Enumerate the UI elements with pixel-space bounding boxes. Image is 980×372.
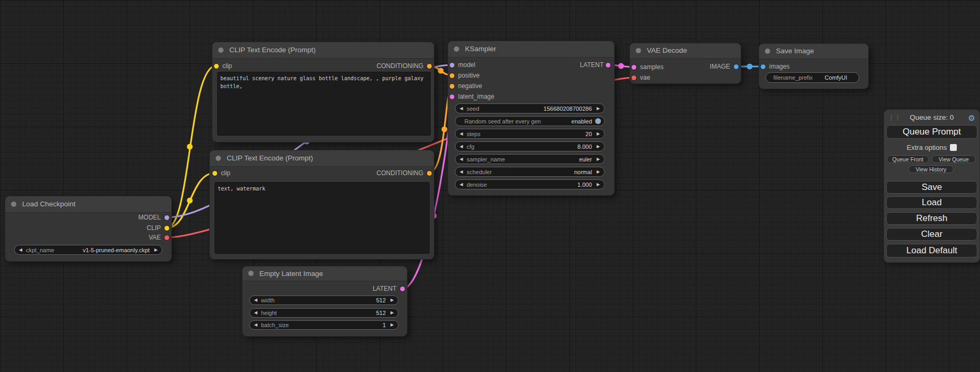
arrow-left-icon[interactable]: ◀ [254, 323, 257, 327]
sampler-name-widget[interactable]: ◀ sampler_name euler ▶ [455, 154, 605, 164]
clip-input-port[interactable] [214, 64, 219, 69]
node-title: Load Checkpoint [22, 200, 75, 208]
collapse-dot-icon[interactable] [636, 48, 641, 53]
arrow-left-icon[interactable]: ◀ [254, 311, 257, 315]
node-header[interactable]: VAE Decode [630, 43, 741, 59]
extra-options-label: Extra options [907, 144, 947, 151]
load-default-button[interactable]: Load Default [886, 244, 977, 257]
node-header[interactable]: CLIP Text Encode (Prompt) [210, 150, 434, 167]
view-history-button[interactable]: View History [908, 165, 954, 173]
node-header[interactable]: Empty Latent Image [242, 266, 407, 281]
batch-size-widget[interactable]: ◀ batch_size 1 ▶ [249, 320, 399, 330]
collapse-dot-icon[interactable] [248, 271, 254, 276]
positive-input-port[interactable] [450, 73, 454, 78]
clear-button[interactable]: Clear [886, 228, 977, 241]
arrow-left-icon[interactable]: ◀ [460, 183, 463, 187]
arrow-right-icon[interactable]: ▶ [597, 157, 600, 161]
arrow-left-icon[interactable]: ◀ [19, 248, 22, 252]
arrow-left-icon[interactable]: ◀ [460, 145, 463, 149]
collapse-dot-icon[interactable] [216, 156, 221, 161]
node-clip-text-encode-negative[interactable]: CLIP Text Encode (Prompt) clip CONDITION… [210, 150, 434, 259]
images-input-port[interactable] [761, 64, 765, 69]
queue-prompt-button[interactable]: Queue Prompt [886, 125, 977, 139]
arrow-right-icon[interactable]: ▶ [154, 248, 158, 252]
arrow-right-icon[interactable]: ▶ [391, 298, 394, 302]
height-widget[interactable]: ◀ height 512 ▶ [249, 308, 399, 318]
refresh-button[interactable]: Refresh [886, 212, 977, 225]
node-empty-latent-image[interactable]: Empty Latent Image LATENT ◀ width 512 ▶ … [242, 266, 407, 336]
widget-label: Random seed after every gen [464, 118, 541, 125]
latent-image-input-port[interactable] [450, 94, 454, 99]
queue-front-button[interactable]: Queue Front [887, 155, 929, 163]
latent-output-port[interactable] [400, 287, 405, 291]
extra-options-checkbox[interactable] [950, 144, 957, 151]
widget-value: 156680208700286 [544, 106, 597, 112]
arrow-right-icon[interactable]: ▶ [597, 170, 600, 174]
widget-value: normal [574, 169, 597, 175]
node-ksampler[interactable]: KSampler model LATENT positive negative … [448, 41, 614, 195]
arrow-left-icon[interactable]: ◀ [460, 170, 463, 174]
scheduler-widget[interactable]: ◀ scheduler normal ▶ [455, 167, 605, 177]
node-header[interactable]: KSampler [448, 41, 614, 58]
samples-input-port[interactable] [632, 65, 636, 70]
arrow-left-icon[interactable]: ◀ [254, 298, 257, 302]
cfg-widget[interactable]: ◀ cfg 8.000 ▶ [455, 141, 605, 151]
arrow-right-icon[interactable]: ▶ [597, 183, 600, 187]
node-load-checkpoint[interactable]: Load Checkpoint MODEL CLIP VAE ◀ ckpt_na… [5, 196, 171, 261]
denoise-widget[interactable]: ◀ denoise 1.000 ▶ [455, 179, 605, 189]
arrow-right-icon[interactable]: ▶ [597, 145, 600, 149]
collapse-dot-icon[interactable] [11, 202, 16, 207]
queue-panel[interactable]: ⋮⋮ Queue size: 0 ⚙ Queue Prompt Extra op… [884, 110, 979, 262]
node-header[interactable]: Load Checkpoint [5, 196, 171, 213]
collapse-dot-icon[interactable] [218, 47, 224, 53]
filename-prefix-widget[interactable]: filename_prefix ComfyUI [765, 72, 859, 83]
collapse-dot-icon[interactable] [454, 46, 459, 52]
node-header[interactable]: CLIP Text Encode (Prompt) [212, 42, 434, 59]
arrow-left-icon[interactable]: ◀ [460, 132, 463, 136]
input-label-clip: clip [221, 169, 230, 177]
model-output-port[interactable] [164, 215, 169, 220]
save-button[interactable]: Save [886, 181, 977, 194]
arrow-right-icon[interactable]: ▶ [597, 107, 600, 111]
clip-output-port[interactable] [164, 226, 169, 231]
steps-widget[interactable]: ◀ steps 20 ▶ [455, 129, 605, 139]
node-clip-text-encode-positive[interactable]: CLIP Text Encode (Prompt) clip CONDITION… [212, 42, 434, 142]
conditioning-output-port[interactable] [427, 171, 432, 176]
clip-input-port[interactable] [212, 171, 217, 176]
widget-label: width [261, 297, 275, 303]
conditioning-output-port[interactable] [427, 64, 432, 69]
node-save-image[interactable]: Save Image images filename_prefix ComfyU… [759, 44, 868, 89]
widget-value: 1 [383, 322, 391, 328]
view-queue-button[interactable]: View Queue [932, 155, 976, 163]
settings-gear-icon[interactable]: ⚙ [968, 113, 975, 123]
random-seed-toggle-widget[interactable]: Random seed after every gen enabled [455, 116, 605, 126]
node-vae-decode[interactable]: VAE Decode samples IMAGE vae [630, 43, 741, 83]
latent-output-port[interactable] [606, 63, 610, 68]
widget-label: steps [467, 131, 480, 137]
extra-options-row: Extra options [884, 144, 979, 151]
node-header[interactable]: Save Image [759, 44, 868, 59]
output-label-conditioning: CONDITIONING [376, 169, 423, 177]
prompt-textarea[interactable]: beautiful scenery nature glass bottle la… [217, 72, 431, 136]
load-button[interactable]: Load [886, 196, 977, 209]
vae-input-port[interactable] [632, 75, 636, 80]
vae-output-port[interactable] [164, 235, 169, 240]
toggle-knob[interactable] [595, 118, 601, 124]
output-label-clip: CLIP [147, 224, 161, 232]
arrow-right-icon[interactable]: ▶ [391, 323, 394, 327]
link-dot [442, 127, 448, 132]
collapse-dot-icon[interactable] [765, 49, 770, 54]
arrow-right-icon[interactable]: ▶ [391, 311, 394, 315]
arrow-left-icon[interactable]: ◀ [460, 107, 463, 111]
model-input-port[interactable] [450, 63, 454, 68]
seed-widget[interactable]: ◀ seed 156680208700286 ▶ [455, 103, 605, 113]
prompt-textarea[interactable]: text, watermark [215, 182, 430, 254]
arrow-left-icon[interactable]: ◀ [460, 157, 463, 161]
node-title: Empty Latent Image [259, 270, 323, 278]
image-output-port[interactable] [734, 64, 739, 69]
width-widget[interactable]: ◀ width 512 ▶ [249, 295, 399, 305]
output-label-image: IMAGE [710, 62, 730, 71]
arrow-right-icon[interactable]: ▶ [597, 132, 600, 136]
ckpt-name-widget[interactable]: ◀ ckpt_name v1-5-pruned-emaonly.ckpt ▶ [14, 245, 162, 255]
negative-input-port[interactable] [450, 84, 454, 89]
